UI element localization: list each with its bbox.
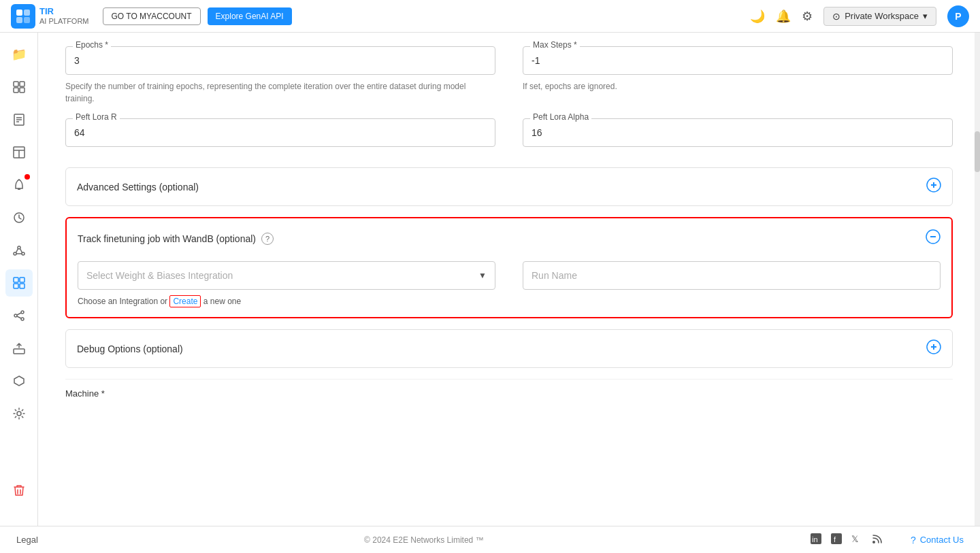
peft-lora-alpha-label: Peft Lora Alpha: [530, 112, 591, 122]
header-right: 🌙 🔔 ⚙ ⊙ Private Workspace ▾ P: [750, 5, 969, 27]
svg-rect-1: [24, 10, 30, 16]
myaccount-button[interactable]: GO TO MYACCOUNT: [103, 7, 201, 25]
sidebar-item-upload[interactable]: [5, 335, 33, 362]
hint-prefix-text: Choose an Integration or: [78, 297, 169, 306]
chevron-down-icon: ▾: [923, 11, 928, 21]
svg-point-27: [21, 311, 24, 314]
svg-rect-3: [24, 17, 30, 23]
scrollbar-track: [975, 33, 980, 526]
integration-hint: Choose an Integration or Create a new on…: [78, 297, 495, 306]
wandb-header: Track finetuning job with WandB (optiona…: [78, 229, 941, 248]
peft-row: Peft Lora R Peft Lora Alpha: [65, 118, 953, 147]
peft-lora-alpha-col: Peft Lora Alpha: [523, 118, 953, 147]
advanced-settings-title: Advanced Settings (optional): [77, 182, 199, 192]
sidebar-item-graph[interactable]: [5, 237, 33, 264]
run-name-input[interactable]: [532, 270, 932, 281]
logo-text: TIR AI PLATFORM: [39, 6, 89, 26]
wandb-toggle-icon: [926, 229, 941, 248]
advanced-settings-header[interactable]: Advanced Settings (optional): [66, 168, 952, 205]
peft-lora-alpha-input[interactable]: [532, 124, 944, 141]
max-steps-label: Max Steps *: [530, 40, 580, 50]
epochs-row: Epochs * Specify the number of training …: [65, 46, 953, 105]
integration-select[interactable]: Select Weight & Biases Integration ▼: [78, 261, 495, 290]
svg-rect-32: [14, 349, 24, 354]
svg-rect-5: [20, 82, 24, 86]
run-name-field: [523, 261, 941, 290]
machine-label: Machine *: [65, 388, 105, 399]
workspace-label: Private Workspace: [845, 11, 919, 21]
debug-options-header[interactable]: Debug Options (optional): [66, 330, 952, 367]
svg-rect-24: [20, 278, 24, 282]
svg-rect-4: [14, 82, 18, 86]
create-integration-link[interactable]: Create: [169, 295, 201, 307]
sidebar-item-notifications[interactable]: [5, 171, 33, 199]
sidebar-item-share[interactable]: [5, 302, 33, 329]
sidebar-item-model[interactable]: [5, 367, 33, 395]
avatar[interactable]: P: [947, 5, 969, 27]
svg-point-19: [22, 252, 24, 255]
svg-point-28: [14, 314, 17, 317]
wandb-right: [523, 261, 941, 306]
hint-suffix-text: a new one: [201, 297, 241, 306]
sidebar-item-compute[interactable]: [5, 204, 33, 231]
svg-rect-6: [14, 88, 18, 93]
theme-toggle-icon[interactable]: 🌙: [750, 9, 765, 24]
max-steps-input[interactable]: [532, 52, 944, 69]
svg-rect-7: [20, 88, 24, 93]
peft-lora-r-col: Peft Lora R: [65, 118, 495, 147]
workspace-button[interactable]: ⊙ Private Workspace ▾: [823, 7, 936, 26]
svg-line-20: [16, 249, 18, 253]
sidebar-item-finetune[interactable]: [5, 269, 33, 297]
machine-row-partial: Machine *: [65, 379, 953, 407]
sidebar-item-trash[interactable]: [5, 477, 33, 504]
wandb-title-text: Track finetuning job with WandB (optiona…: [78, 233, 256, 244]
svg-rect-2: [16, 17, 22, 23]
logo-area: TIR AI PLATFORM: [11, 4, 89, 29]
sidebar-item-table[interactable]: [5, 139, 33, 166]
notification-bell-icon[interactable]: 🔔: [776, 9, 791, 24]
header-buttons: GO TO MYACCOUNT Explore GenAI API: [103, 7, 292, 25]
epochs-col: Epochs * Specify the number of training …: [65, 46, 495, 105]
select-dropdown-icon: ▼: [478, 271, 487, 280]
wandb-title: Track finetuning job with WandB (optiona…: [78, 233, 274, 245]
app-header: TIR AI PLATFORM GO TO MYACCOUNT Explore …: [0, 0, 980, 33]
sidebar-item-settings[interactable]: [5, 400, 33, 427]
scrollbar-thumb[interactable]: [975, 131, 980, 172]
sidebar-item-folder[interactable]: 📁: [5, 41, 33, 68]
sidebar-item-expand[interactable]: [5, 518, 33, 526]
svg-point-34: [17, 412, 21, 416]
svg-line-21: [20, 249, 22, 253]
wandb-content: Select Weight & Biases Integration ▼ Cho…: [78, 261, 941, 306]
svg-rect-0: [16, 10, 22, 16]
peft-lora-r-input[interactable]: [74, 124, 487, 141]
debug-options-section: Debug Options (optional): [65, 329, 953, 368]
svg-rect-23: [14, 278, 18, 282]
epochs-label: Epochs *: [73, 40, 111, 50]
explore-api-button[interactable]: Explore GenAI API: [208, 7, 292, 25]
settings-header-icon[interactable]: ⚙: [802, 9, 813, 24]
svg-rect-25: [14, 284, 18, 288]
max-steps-col: Max Steps * If set, epochs are ignored.: [523, 46, 953, 105]
epochs-field: Epochs *: [65, 46, 495, 75]
sidebar-item-dashboard[interactable]: [5, 73, 33, 101]
peft-lora-alpha-field: Peft Lora Alpha: [523, 118, 953, 147]
svg-line-31: [17, 316, 21, 318]
epochs-input[interactable]: [74, 52, 487, 69]
svg-marker-33: [14, 376, 24, 386]
svg-point-29: [21, 318, 24, 320]
svg-line-30: [17, 313, 21, 315]
epochs-hint: Specify the number of training epochs, r…: [65, 80, 495, 105]
max-steps-field: Max Steps *: [523, 46, 953, 75]
logo-icon: [11, 4, 35, 29]
peft-lora-r-field: Peft Lora R: [65, 118, 495, 147]
wandb-left: Select Weight & Biases Integration ▼ Cho…: [78, 261, 495, 306]
advanced-settings-section: Advanced Settings (optional): [65, 167, 953, 206]
main-content: Epochs * Specify the number of training …: [38, 33, 980, 526]
debug-options-title: Debug Options (optional): [77, 343, 183, 354]
wandb-section: Track finetuning job with WandB (optiona…: [65, 217, 953, 318]
sidebar-item-document[interactable]: [5, 106, 33, 133]
integration-placeholder: Select Weight & Biases Integration: [86, 270, 233, 281]
help-icon[interactable]: ?: [261, 233, 274, 245]
svg-point-17: [18, 246, 20, 249]
debug-toggle-icon: [926, 339, 941, 358]
